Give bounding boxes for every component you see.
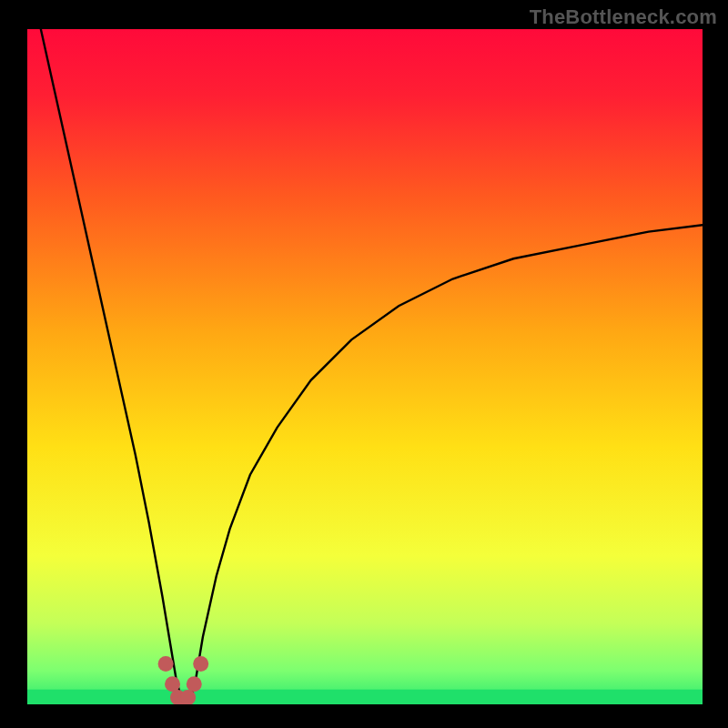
highlight-dot	[187, 676, 202, 692]
watermark-text: TheBottleneck.com	[530, 5, 717, 29]
plot-area	[27, 29, 703, 711]
highlight-dot	[165, 676, 180, 692]
highlight-dot	[158, 656, 174, 672]
bottleneck-chart	[0, 0, 728, 728]
highlight-dot	[193, 656, 208, 672]
highlight-dot	[180, 690, 196, 705]
gradient-background	[27, 29, 703, 704]
green-floor-band	[27, 690, 703, 704]
